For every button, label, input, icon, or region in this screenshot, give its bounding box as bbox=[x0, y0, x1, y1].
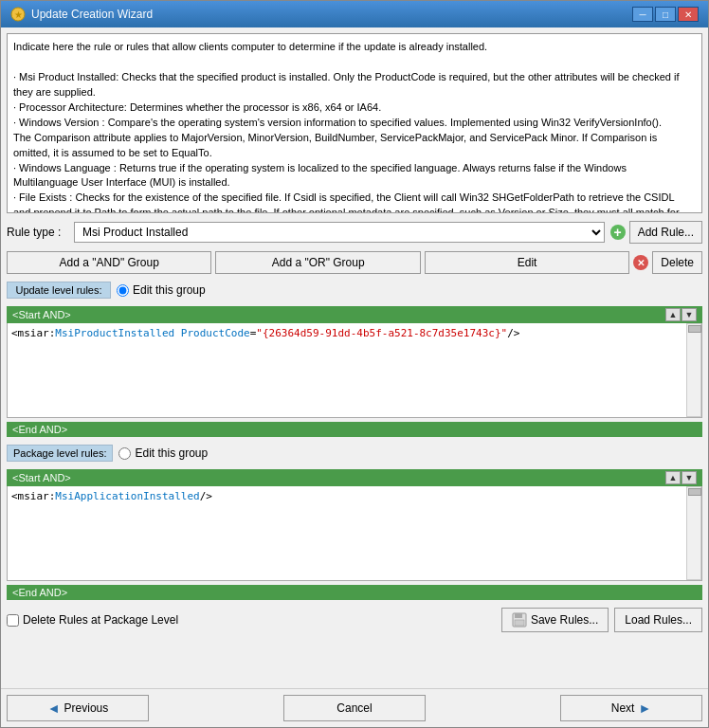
next-arrow: ► bbox=[638, 701, 651, 716]
package-xml-box: <msiar:MsiApplicationInstalled/> bbox=[7, 486, 702, 581]
edit-group-label-update: Edit this group bbox=[133, 283, 206, 297]
package-level-row: Package level rules: Edit this group bbox=[7, 441, 702, 465]
title-bar: ★ Update Creation Wizard ─ □ ✕ bbox=[1, 1, 708, 27]
and-bar-up-btn[interactable]: ▲ bbox=[665, 308, 681, 321]
close-button[interactable]: ✕ bbox=[678, 7, 699, 22]
svg-rect-4 bbox=[515, 620, 524, 626]
wizard-icon: ★ bbox=[10, 7, 26, 22]
save-rules-label: Save Rules... bbox=[531, 613, 598, 627]
update-xml-content: <msiar:MsiProductInstalled ProductCode="… bbox=[8, 323, 686, 417]
rule-type-select[interactable]: Msi Product Installed Processor Architec… bbox=[74, 222, 605, 243]
load-rules-button[interactable]: Load Rules... bbox=[614, 608, 702, 632]
nav-footer: ◄ Previous Cancel Next ► bbox=[1, 688, 708, 727]
svg-text:★: ★ bbox=[14, 9, 23, 20]
add-rule-icon: + bbox=[610, 225, 626, 240]
update-xml-scrollbar[interactable] bbox=[686, 323, 701, 417]
end-and-update-bar: <End AND> bbox=[7, 422, 702, 437]
package-and-bar-up-btn[interactable]: ▲ bbox=[665, 471, 681, 484]
cancel-button[interactable]: Cancel bbox=[283, 695, 426, 721]
update-xml-section: <Start AND> ▲ ▼ <msiar:MsiProductInstall… bbox=[7, 306, 702, 418]
start-and-package-bar: <Start AND> ▲ ▼ bbox=[7, 469, 702, 486]
previous-button[interactable]: ◄ Previous bbox=[7, 695, 149, 721]
action-button-row: Add a "AND" Group Add a "OR" Group Edit … bbox=[7, 251, 702, 274]
package-and-bar-down-btn[interactable]: ▼ bbox=[682, 471, 697, 484]
next-button[interactable]: Next ► bbox=[560, 695, 702, 721]
package-level-label: Package level rules: bbox=[7, 445, 113, 462]
update-level-row: Update level rules: Edit this group bbox=[7, 278, 702, 302]
add-rule-button[interactable]: Add Rule... bbox=[629, 221, 702, 244]
delete-button[interactable]: Delete bbox=[652, 251, 702, 274]
minimize-button[interactable]: ─ bbox=[632, 7, 653, 22]
window-content: Indicate here the rule or rules that all… bbox=[1, 27, 708, 688]
end-and-package-label: <End AND> bbox=[12, 587, 67, 598]
edit-group-label-package: Edit this group bbox=[135, 446, 208, 460]
main-window: ★ Update Creation Wizard ─ □ ✕ Indicate … bbox=[0, 0, 709, 728]
previous-label: Previous bbox=[64, 701, 109, 715]
end-and-package-bar: <End AND> bbox=[7, 585, 702, 600]
start-and-update-bar: <Start AND> ▲ ▼ bbox=[7, 306, 702, 323]
window-title: Update Creation Wizard bbox=[31, 8, 153, 21]
previous-arrow: ◄ bbox=[47, 701, 61, 716]
package-xml-tagname: MsiApplicationInstalled bbox=[55, 490, 199, 502]
save-rules-button[interactable]: Save Rules... bbox=[501, 608, 609, 632]
info-panel: Indicate here the rule or rules that all… bbox=[7, 33, 702, 213]
edit-button[interactable]: Edit bbox=[425, 251, 629, 274]
update-xml-tagname: MsiProductInstalled bbox=[55, 327, 174, 339]
end-and-update-label: <End AND> bbox=[12, 424, 67, 435]
cancel-label: Cancel bbox=[336, 701, 372, 715]
rule-type-row: Rule type : Msi Product Installed Proces… bbox=[7, 217, 702, 247]
delete-icon: ✕ bbox=[633, 255, 648, 270]
svg-rect-3 bbox=[515, 613, 522, 618]
edit-group-radio-package[interactable]: Edit this group bbox=[118, 446, 208, 460]
edit-group-radio-update[interactable]: Edit this group bbox=[117, 283, 206, 297]
delete-rules-checkbox[interactable] bbox=[7, 614, 19, 627]
maximize-button[interactable]: □ bbox=[655, 7, 676, 22]
package-xml-content: <msiar:MsiApplicationInstalled/> bbox=[8, 486, 686, 580]
start-and-package-label: <Start AND> bbox=[12, 472, 71, 483]
package-xml-scrollbar[interactable] bbox=[686, 486, 701, 580]
and-bar-down-btn[interactable]: ▼ bbox=[682, 308, 697, 321]
add-and-group-button[interactable]: Add a "AND" Group bbox=[7, 251, 211, 274]
info-text: Indicate here the rule or rules that all… bbox=[13, 40, 681, 55]
footer-row: Delete Rules at Package Level Save Rules… bbox=[7, 604, 702, 636]
add-or-group-button[interactable]: Add a "OR" Group bbox=[215, 251, 420, 274]
update-xml-box: <msiar:MsiProductInstalled ProductCode="… bbox=[7, 323, 702, 418]
delete-rules-label: Delete Rules at Package Level bbox=[23, 613, 178, 627]
next-label: Next bbox=[611, 701, 635, 715]
package-xml-section: <Start AND> ▲ ▼ <msiar:MsiApplicationIns… bbox=[7, 469, 702, 581]
update-level-label: Update level rules: bbox=[7, 282, 111, 299]
start-and-update-label: <Start AND> bbox=[12, 309, 71, 320]
rule-type-label: Rule type : bbox=[7, 226, 68, 239]
save-icon bbox=[512, 612, 527, 628]
